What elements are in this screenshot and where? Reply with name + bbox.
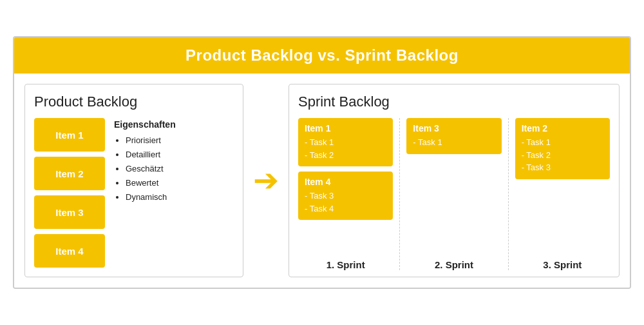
header: Product Backlog vs. Sprint Backlog [14, 37, 630, 74]
product-backlog-title: Product Backlog [34, 94, 234, 110]
eigenschaften-title: Eigenschaften [114, 119, 234, 130]
sprint-2-item-1-tasks: - Task 1 [413, 136, 495, 149]
sprint-3-items: Item 2- Task 1- Task 2- Task 3 [515, 118, 610, 249]
sprint-col-1: Item 1- Task 1- Task 2Item 4- Task 3- Ta… [298, 118, 400, 270]
sprint-2-item-1-task-1: - Task 1 [413, 136, 495, 149]
sprint-1-label: 1. Sprint [298, 259, 393, 270]
sprint-backlog-panel: Sprint Backlog Item 1- Task 1- Task 2Ite… [289, 84, 620, 277]
backlog-body: Item 1Item 2Item 3Item 4 Eigenschaften P… [34, 118, 234, 268]
sprint-3-item-1-task-2: - Task 2 [522, 149, 603, 162]
sprint-1-item-1-tasks: - Task 1- Task 2 [305, 136, 386, 161]
sprint-col-3: Item 2- Task 1- Task 2- Task 33. Sprint [515, 118, 610, 270]
sprint-1-items: Item 1- Task 1- Task 2Item 4- Task 3- Ta… [298, 118, 393, 249]
sprint-3-item-1: Item 2- Task 1- Task 2- Task 3 [515, 118, 610, 179]
sprint-3-item-1-tasks: - Task 1- Task 2- Task 3 [522, 136, 603, 174]
sprint-1-item-2-title: Item 4 [305, 177, 386, 187]
sprint-1-item-1-task-1: - Task 1 [305, 136, 386, 149]
page-title: Product Backlog vs. Sprint Backlog [27, 46, 617, 64]
eigenschaften: Eigenschaften PriorisiertDetailliertGesc… [114, 118, 234, 268]
outer-wrapper: Product Backlog vs. Sprint Backlog Produ… [13, 36, 631, 289]
sprint-1-item-2-task-1: - Task 3 [305, 190, 386, 202]
product-item-4: Item 4 [34, 234, 105, 268]
sprint-1-item-1-title: Item 1 [305, 123, 386, 133]
product-backlog-items: Item 1Item 2Item 3Item 4 [34, 118, 105, 268]
sprint-3-item-1-task-3: - Task 3 [522, 161, 603, 174]
eigenschaft-item-4: Bewertet [126, 176, 234, 190]
sprint-2-item-1: Item 3- Task 1 [406, 118, 501, 154]
eigenschaft-item-1: Priorisiert [126, 133, 234, 148]
sprint-columns: Item 1- Task 1- Task 2Item 4- Task 3- Ta… [298, 118, 610, 270]
sprint-1-item-1: Item 1- Task 1- Task 2 [298, 118, 393, 166]
sprint-1-item-2-tasks: - Task 3- Task 4 [305, 190, 386, 215]
eigenschaft-item-2: Detailliert [126, 148, 234, 162]
sprint-3-label: 3. Sprint [515, 259, 610, 270]
sprint-3-item-1-task-1: - Task 1 [522, 136, 603, 149]
eigenschaften-list: PriorisiertDetailliertGeschätztBewertetD… [114, 133, 234, 204]
main-content: Product Backlog Item 1Item 2Item 3Item 4… [14, 74, 630, 288]
sprint-col-2: Item 3- Task 12. Sprint [406, 118, 508, 270]
sprint-2-item-1-title: Item 3 [413, 123, 495, 133]
sprint-backlog-title: Sprint Backlog [298, 94, 610, 110]
product-item-2: Item 2 [34, 157, 105, 190]
sprint-1-item-1-task-2: - Task 2 [305, 149, 386, 162]
eigenschaft-item-5: Dynamisch [126, 190, 234, 204]
sprint-1-item-2-task-2: - Task 4 [305, 202, 386, 215]
sprint-2-items: Item 3- Task 1 [406, 118, 501, 249]
sprint-2-label: 2. Sprint [406, 259, 501, 270]
arrow-icon: ➔ [253, 165, 279, 196]
product-item-1: Item 1 [34, 118, 105, 152]
sprint-1-item-2: Item 4- Task 3- Task 4 [298, 172, 393, 220]
eigenschaft-item-3: Geschätzt [126, 162, 234, 176]
sprint-3-item-1-title: Item 2 [522, 123, 603, 133]
product-item-3: Item 3 [34, 195, 105, 229]
product-backlog-panel: Product Backlog Item 1Item 2Item 3Item 4… [24, 84, 243, 277]
arrow-area: ➔ [243, 84, 289, 277]
